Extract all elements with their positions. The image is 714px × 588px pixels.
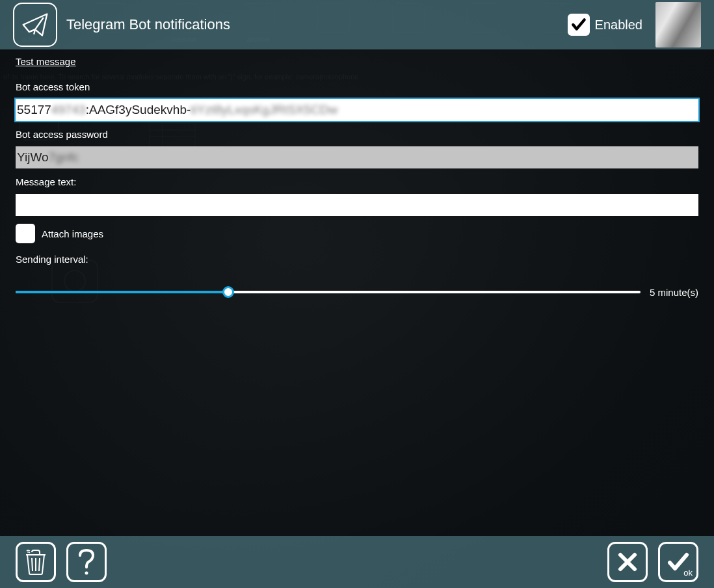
interval-value: 5 minute(s) xyxy=(650,287,698,298)
token-label: Bot access token xyxy=(16,81,698,92)
telegram-icon xyxy=(13,3,57,47)
password-input[interactable]: YijWo7gnfc xyxy=(16,146,698,168)
token-input[interactable]: 5517749743:AAGf3ySudekvhb-tiYzt8yLxqsKgJ… xyxy=(16,99,698,121)
dialog-body: Test message Bot access token 5517749743… xyxy=(0,49,714,536)
preview-thumbnail xyxy=(655,2,701,47)
ok-button[interactable]: ok xyxy=(658,542,698,582)
delete-button[interactable] xyxy=(16,542,56,582)
test-message-link[interactable]: Test message xyxy=(16,56,76,67)
enabled-label: Enabled xyxy=(595,18,642,33)
help-button[interactable] xyxy=(66,542,107,582)
message-label: Message text: xyxy=(16,176,698,187)
enabled-checkbox[interactable] xyxy=(568,14,590,36)
interval-slider[interactable] xyxy=(16,286,641,299)
attach-images-checkbox[interactable] xyxy=(16,224,35,243)
dialog-header: Telegram Bot notifications Enabled xyxy=(0,0,714,49)
message-input[interactable] xyxy=(16,194,698,216)
password-label: Bot access password xyxy=(16,129,698,140)
attach-images-label: Attach images xyxy=(42,228,103,239)
interval-label: Sending interval: xyxy=(16,254,698,265)
ok-label: ok xyxy=(683,568,693,578)
dialog-footer: ok xyxy=(0,536,714,588)
dialog-title: Telegram Bot notifications xyxy=(66,16,568,33)
svg-point-7 xyxy=(85,572,88,575)
cancel-button[interactable] xyxy=(607,542,648,582)
